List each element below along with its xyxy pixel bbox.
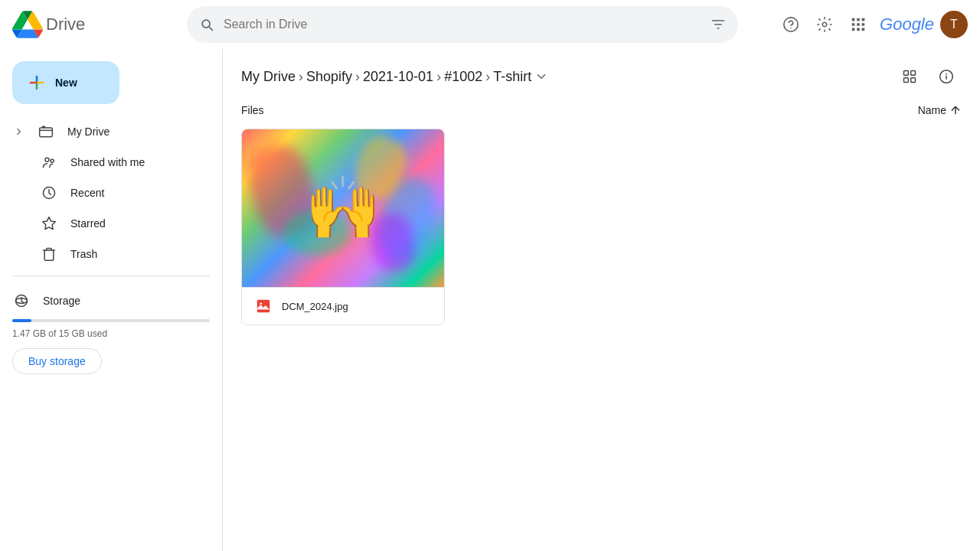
- svg-point-29: [260, 302, 262, 305]
- svg-rect-8: [862, 23, 865, 26]
- sort-button[interactable]: Name: [918, 104, 962, 116]
- storage-bar-fill: [12, 319, 31, 322]
- thumbnail-image: 🙌: [242, 129, 444, 287]
- breadcrumb-last-item[interactable]: T-shirt: [493, 69, 548, 85]
- buy-storage-button[interactable]: Buy storage: [12, 348, 102, 374]
- files-section-label: Files: [241, 104, 264, 116]
- logo-area: Drive: [12, 9, 181, 40]
- svg-point-2: [822, 22, 827, 27]
- breadcrumb-sep-3: ›: [436, 69, 441, 85]
- svg-rect-10: [857, 28, 860, 31]
- svg-rect-22: [911, 71, 916, 76]
- my-drive-icon: [37, 122, 55, 141]
- new-button-label: New: [55, 77, 77, 89]
- settings-icon: [816, 16, 833, 33]
- header: Drive: [0, 0, 980, 49]
- sidebar: New My Drive: [0, 49, 222, 551]
- files-grid: 🙌: [223, 122, 980, 331]
- files-header: Files Name: [223, 98, 980, 122]
- breadcrumb-tshirt: T-shirt: [493, 69, 531, 85]
- google-drive-logo: [12, 9, 43, 40]
- info-icon: [939, 69, 954, 84]
- search-icon: [199, 17, 214, 32]
- new-button[interactable]: New: [12, 61, 119, 104]
- svg-rect-24: [911, 78, 916, 83]
- breadcrumb-dropdown-icon: [534, 70, 548, 83]
- sidebar-item-trash[interactable]: Trash: [0, 239, 210, 269]
- help-button[interactable]: [776, 9, 806, 40]
- svg-point-0: [784, 18, 798, 31]
- search-input[interactable]: [224, 18, 701, 31]
- breadcrumb: My Drive › Shopify › 2021-10-01 › #1002 …: [223, 49, 980, 98]
- svg-rect-16: [40, 128, 53, 137]
- storage-icon: [12, 292, 31, 310]
- file-card[interactable]: 🙌: [241, 129, 445, 325]
- svg-rect-4: [857, 18, 860, 21]
- breadcrumb-sep-1: ›: [299, 69, 303, 85]
- expand-icon: [12, 126, 24, 137]
- svg-rect-23: [904, 78, 909, 83]
- settings-button[interactable]: [809, 9, 840, 40]
- storage-used-text: 1.47 GB of 15 GB used: [12, 328, 210, 339]
- app-name: Drive: [46, 15, 85, 34]
- svg-point-1: [790, 28, 791, 28]
- plus-icon: [28, 73, 46, 92]
- sidebar-item-label: My Drive: [67, 126, 109, 138]
- svg-rect-5: [862, 18, 865, 21]
- breadcrumb-shopify[interactable]: Shopify: [306, 69, 352, 85]
- svg-rect-28: [257, 300, 270, 313]
- breadcrumb-date[interactable]: 2021-10-01: [363, 69, 433, 85]
- google-logo-text: Google: [880, 15, 934, 34]
- sidebar-item-label: Starred: [70, 217, 106, 230]
- apps-icon: [850, 16, 867, 33]
- svg-rect-21: [904, 71, 909, 76]
- breadcrumb-my-drive[interactable]: My Drive: [241, 69, 296, 85]
- sort-arrow-icon: [949, 104, 962, 116]
- new-plus-icon: [28, 73, 46, 92]
- svg-rect-3: [852, 18, 855, 21]
- breadcrumb-sep-4: ›: [485, 69, 490, 85]
- storage-text-label: Storage: [43, 295, 80, 307]
- svg-point-18: [51, 159, 54, 162]
- avatar[interactable]: T: [940, 11, 968, 38]
- sidebar-item-starred[interactable]: Starred: [0, 208, 210, 239]
- svg-rect-6: [852, 23, 855, 26]
- storage-bar-background: [12, 319, 210, 322]
- breadcrumb-sep-2: ›: [355, 69, 360, 85]
- breadcrumb-order[interactable]: #1002: [444, 69, 482, 85]
- sidebar-item-recent[interactable]: Recent: [0, 178, 210, 208]
- info-button[interactable]: [931, 61, 962, 92]
- storage-label: Storage: [12, 292, 210, 310]
- search-bar[interactable]: [187, 6, 738, 43]
- filter-icon[interactable]: [710, 17, 726, 32]
- apps-button[interactable]: [843, 9, 874, 40]
- svg-point-17: [45, 158, 49, 161]
- sidebar-item-label: Trash: [70, 248, 97, 260]
- sort-label: Name: [918, 104, 946, 116]
- main-layout: New My Drive: [0, 49, 980, 551]
- shared-icon: [40, 153, 58, 171]
- grid-icon: [902, 69, 917, 84]
- file-name: DCM_2024.jpg: [282, 301, 348, 312]
- sidebar-item-label: Recent: [70, 187, 104, 199]
- svg-rect-9: [852, 28, 855, 31]
- sidebar-divider: [12, 276, 210, 276]
- file-type-icon: [254, 297, 273, 315]
- image-icon: [255, 298, 272, 315]
- main-content: My Drive › Shopify › 2021-10-01 › #1002 …: [222, 49, 980, 551]
- sidebar-item-label: Shared with me: [70, 156, 145, 168]
- help-icon: [782, 16, 799, 33]
- star-icon: [40, 214, 58, 233]
- svg-rect-11: [862, 28, 865, 31]
- breadcrumb-actions: [894, 61, 962, 92]
- file-thumbnail: 🙌: [242, 129, 444, 287]
- sidebar-item-shared-with-me[interactable]: Shared with me: [0, 147, 210, 178]
- grid-view-button[interactable]: [894, 61, 925, 92]
- header-actions: Google T: [776, 9, 968, 40]
- file-info: DCM_2024.jpg: [242, 287, 444, 324]
- trash-icon: [40, 245, 58, 263]
- recent-icon: [40, 184, 58, 202]
- svg-rect-7: [857, 23, 860, 26]
- sidebar-item-my-drive[interactable]: My Drive: [0, 116, 210, 147]
- storage-section: Storage 1.47 GB of 15 GB used Buy storag…: [0, 282, 222, 380]
